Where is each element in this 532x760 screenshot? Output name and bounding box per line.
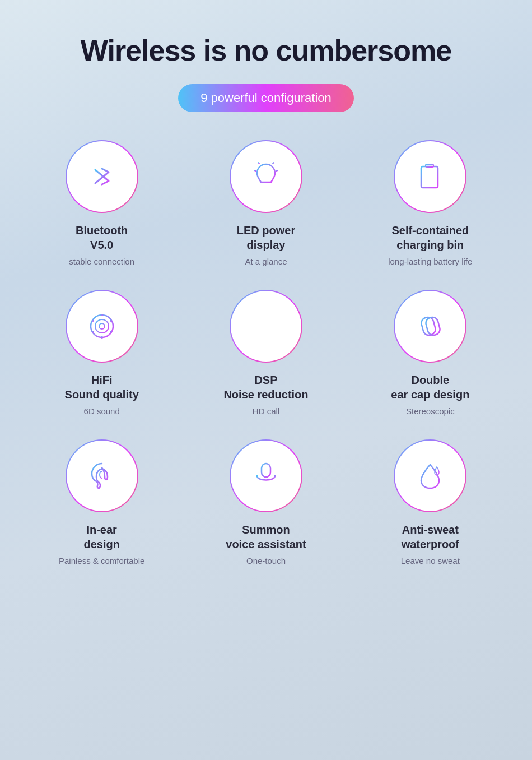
- hifi-title: HiFiSound quality: [65, 373, 139, 402]
- svg-line-6: [276, 170, 278, 171]
- waterdrop-icon: [412, 458, 448, 494]
- svg-point-19: [101, 336, 103, 339]
- feature-bluetooth: BluetoothV5.0 stable connection: [25, 140, 178, 267]
- inear-icon-circle: [66, 439, 138, 512]
- charging-title: Self-containedcharging bin: [391, 223, 469, 252]
- inear-icon: [84, 458, 120, 494]
- earcap-subtitle: Stereoscopic: [406, 405, 455, 417]
- svg-point-17: [110, 319, 112, 322]
- feature-charging: Self-containedcharging bin long-lasting …: [354, 140, 507, 267]
- waterproof-title: Anti-sweatwaterproof: [402, 522, 459, 552]
- svg-point-20: [92, 331, 94, 333]
- dsp-title: DSPNoise reduction: [223, 373, 308, 402]
- badge: 9 powerful configuration: [178, 84, 354, 112]
- hifi-icon-circle: [66, 290, 138, 363]
- earcap-icon: [412, 308, 448, 344]
- earcap-icon-circle: [394, 290, 466, 363]
- inear-subtitle: Painless & comfortable: [59, 555, 144, 567]
- voice-title: Summonvoice assistant: [226, 522, 306, 552]
- feature-voice: Summonvoice assistant One-touch: [189, 439, 342, 567]
- earcap-title: Doubleear cap design: [391, 373, 469, 402]
- features-grid: BluetoothV5.0 stable connection: [25, 140, 507, 567]
- dsp-icon-circle: [230, 290, 302, 363]
- svg-rect-8: [421, 166, 438, 188]
- svg-point-16: [101, 314, 103, 316]
- feature-dsp: DSPNoise reduction HD call: [189, 290, 342, 417]
- svg-point-13: [91, 315, 113, 337]
- speaker-icon: [84, 308, 120, 344]
- feature-hifi: HiFiSound quality 6D sound: [25, 290, 178, 417]
- feature-inear: In-eardesign Painless & comfortable: [25, 439, 178, 567]
- waveform-icon: [248, 308, 284, 344]
- bluetooth-title: BluetoothV5.0: [76, 223, 128, 252]
- inear-title: In-eardesign: [83, 522, 119, 552]
- svg-point-15: [99, 323, 105, 329]
- svg-rect-29: [262, 464, 270, 477]
- svg-point-14: [95, 319, 109, 333]
- microphone-icon: [248, 458, 284, 494]
- main-title: Wireless is no cumbersome: [81, 34, 451, 67]
- svg-point-18: [110, 331, 112, 333]
- feature-earcap: Doubleear cap design Stereoscopic: [354, 290, 507, 417]
- feature-led: LED powerdisplay At a glance: [189, 140, 342, 267]
- svg-line-7: [254, 170, 256, 171]
- lightbulb-icon: [248, 159, 284, 194]
- bluetooth-icon-circle: [66, 140, 138, 213]
- bluetooth-subtitle: stable connection: [69, 256, 134, 267]
- voice-icon-circle: [230, 439, 302, 512]
- led-icon-circle: [230, 140, 302, 213]
- svg-line-4: [273, 163, 274, 164]
- svg-line-5: [258, 163, 259, 164]
- svg-rect-9: [426, 164, 433, 167]
- battery-icon: [412, 159, 448, 194]
- dsp-subtitle: HD call: [253, 405, 279, 417]
- svg-point-21: [92, 319, 94, 322]
- feature-waterproof: Anti-sweatwaterproof Leave no sweat: [354, 439, 507, 567]
- charging-icon-circle: [394, 140, 466, 213]
- waterproof-icon-circle: [394, 439, 466, 512]
- led-title: LED powerdisplay: [237, 223, 295, 252]
- charging-subtitle: long-lasting battery life: [388, 256, 472, 267]
- voice-subtitle: One-touch: [246, 555, 286, 567]
- waterproof-subtitle: Leave no sweat: [401, 555, 460, 567]
- hifi-subtitle: 6D sound: [84, 405, 120, 417]
- bluetooth-icon: [84, 159, 120, 194]
- led-subtitle: At a glance: [245, 256, 287, 267]
